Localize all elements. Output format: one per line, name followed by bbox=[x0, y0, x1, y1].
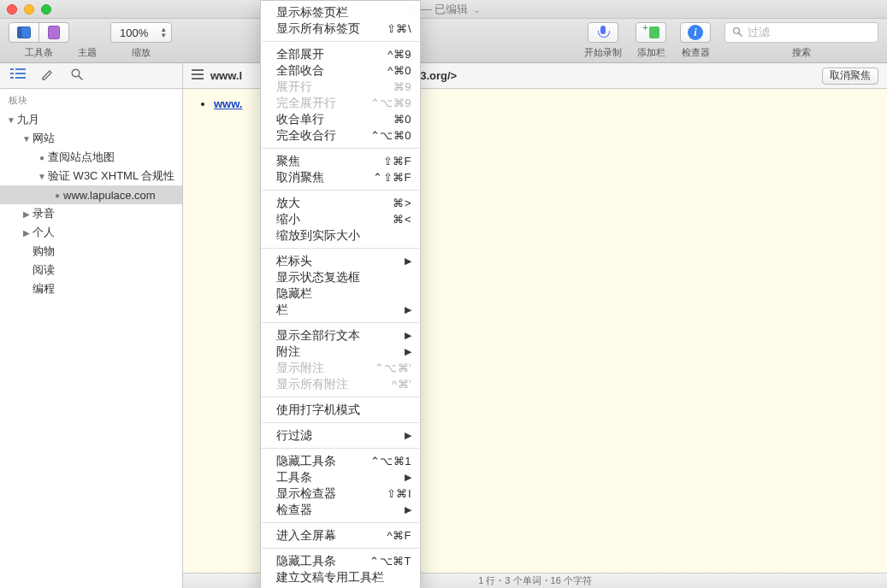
zoom-select[interactable]: 100% ▴▾ bbox=[110, 22, 172, 43]
menu-item[interactable]: 使用打字机模式 bbox=[261, 402, 420, 418]
menu-item-label: 全部收合 bbox=[276, 63, 324, 79]
menu-item-label: 显示所有标签页 bbox=[276, 21, 360, 37]
tree-label: 九月 bbox=[17, 112, 39, 127]
toolbar-group-inspector: i 检查器 bbox=[680, 22, 711, 59]
add-column-button[interactable] bbox=[636, 22, 666, 43]
menu-item-shortcut: ⌘> bbox=[393, 197, 411, 209]
tool-right-button[interactable] bbox=[38, 22, 69, 43]
disclosure-down-icon: ▼ bbox=[36, 172, 48, 181]
menu-item[interactable]: 取消聚焦⌃⇧⌘F bbox=[261, 169, 420, 185]
bullet-icon: ● bbox=[51, 191, 63, 200]
toolbar-group-record: 开始录制 bbox=[584, 22, 622, 59]
menu-item[interactable]: 放大⌘> bbox=[261, 195, 420, 211]
menu-item[interactable]: 缩小⌘< bbox=[261, 211, 420, 227]
magnify-icon[interactable] bbox=[70, 68, 84, 84]
tree-item-sitemap[interactable]: ●查阅站点地图 bbox=[0, 148, 182, 167]
tree-item-validate[interactable]: ▼验证 W3C XHTML 合规性 bbox=[0, 167, 182, 185]
window-title[interactable]: 名 — 已编辑 ⌄ bbox=[0, 2, 887, 17]
menu-item-shortcut: ⇧⌘I bbox=[387, 487, 411, 500]
edit-icon[interactable] bbox=[41, 68, 55, 84]
cancel-focus-label: 取消聚焦 bbox=[830, 68, 871, 83]
tree-label: 验证 W3C XHTML 合规性 bbox=[48, 168, 174, 184]
search-input[interactable]: 过滤 bbox=[724, 22, 878, 43]
menu-item[interactable]: 工具条▶ bbox=[261, 469, 420, 485]
tree-item-rec[interactable]: ▶录音 bbox=[0, 204, 182, 223]
menu-item[interactable]: 显示状态复选框 bbox=[261, 269, 420, 285]
menu-item-label: 缩小 bbox=[276, 212, 300, 227]
menu-item-label: 全部展开 bbox=[276, 47, 324, 62]
titlebar: 名 — 已编辑 ⌄ bbox=[0, 0, 887, 19]
menu-item[interactable]: 缩放到实际大小 bbox=[261, 227, 420, 244]
tree-item-month[interactable]: ▼九月 bbox=[0, 110, 182, 129]
menu-item[interactable]: 显示检查器⇧⌘I bbox=[261, 485, 420, 502]
toolbar-label-record: 开始录制 bbox=[584, 46, 622, 59]
menu-item-shortcut: ⇧⌘\ bbox=[387, 22, 411, 35]
sidebar-left-icon bbox=[17, 26, 31, 38]
menu-separator bbox=[262, 422, 419, 423]
menu-item[interactable]: 隐藏工具条⌃⌥⌘1 bbox=[261, 453, 420, 469]
menu-item[interactable]: 隐藏工具条⌃⌥⌘T bbox=[261, 553, 420, 569]
svg-rect-15 bbox=[192, 78, 204, 79]
document-icon bbox=[48, 26, 60, 39]
menu-item[interactable]: 显示所有标签页⇧⌘\ bbox=[261, 21, 420, 37]
disclosure-right-icon: ▶ bbox=[21, 209, 33, 219]
editor-link[interactable]: www. bbox=[214, 97, 242, 110]
menu-item[interactable]: 行过滤▶ bbox=[261, 427, 420, 444]
menu-item[interactable]: 建立文稿专用工具栏 bbox=[261, 569, 420, 585]
menu-item[interactable]: 显示全部行文本▶ bbox=[261, 327, 420, 344]
tree-item-personal[interactable]: ▶个人 bbox=[0, 223, 182, 242]
menu-item-label: 工具条 bbox=[276, 470, 312, 485]
tree-item-selected[interactable]: ●www.lapulace.com bbox=[0, 185, 182, 204]
tree-item-code[interactable]: ●编程 bbox=[0, 279, 182, 298]
chevron-down-icon[interactable]: ⌄ bbox=[473, 4, 481, 15]
mic-icon bbox=[598, 26, 608, 39]
tree-item-shop[interactable]: ●购物 bbox=[0, 242, 182, 261]
sidebar: 板块 ▼九月 ▼网站 ●查阅站点地图 ▼验证 W3C XHTML 合规性 ●ww… bbox=[0, 89, 183, 588]
menu-item[interactable]: 进入全屏幕^⌘F bbox=[261, 527, 420, 544]
svg-rect-10 bbox=[15, 77, 26, 79]
menu-item[interactable]: 完全收合行⌃⌥⌘0 bbox=[261, 127, 420, 144]
menu-item[interactable]: 栏标头▶ bbox=[261, 253, 420, 269]
record-button[interactable] bbox=[588, 22, 618, 43]
menu-item[interactable]: 栏▶ bbox=[261, 302, 420, 318]
svg-rect-13 bbox=[192, 69, 204, 71]
search-placeholder: 过滤 bbox=[748, 25, 770, 40]
tree-item-read[interactable]: ●阅读 bbox=[0, 261, 182, 279]
menu-item-label: 建立文稿专用工具栏 bbox=[276, 570, 384, 585]
stepper-icon: ▴▾ bbox=[162, 26, 166, 38]
context-menu[interactable]: 显示标签页栏显示所有标签页⇧⌘\全部展开^⌘9全部收合^⌘0展开行⌘9完全展开行… bbox=[260, 0, 421, 588]
menu-item[interactable]: 隐藏栏 bbox=[261, 285, 420, 302]
sub-toolbar: www.l w3.org/> 取消聚焦 bbox=[0, 63, 887, 89]
menu-item-shortcut: ⌃⌥⌘1 bbox=[370, 455, 411, 467]
menu-item-shortcut: ^⌘' bbox=[392, 378, 411, 391]
toolbar-label-tools: 工具条 bbox=[25, 46, 53, 59]
sidebar-section-label: 板块 bbox=[0, 89, 182, 110]
menu-item-shortcut: ^⌘9 bbox=[387, 48, 411, 61]
svg-rect-8 bbox=[15, 73, 26, 74]
menu-separator bbox=[262, 190, 419, 191]
chevron-right-icon: ▶ bbox=[405, 504, 411, 515]
menu-item[interactable]: 显示标签页栏 bbox=[261, 4, 420, 21]
menu-item[interactable]: 检查器▶ bbox=[261, 502, 420, 518]
menu-item-label: 栏标头 bbox=[276, 254, 312, 269]
menu-item[interactable]: 全部收合^⌘0 bbox=[261, 62, 420, 79]
menu-separator bbox=[262, 548, 419, 549]
svg-rect-14 bbox=[192, 74, 204, 75]
toolbar-group-addcol: 添加栏 bbox=[636, 22, 666, 59]
menu-item: 完全展开行⌃⌥⌘9 bbox=[261, 95, 420, 111]
menu-item-label: 隐藏工具条 bbox=[276, 454, 336, 469]
toolbar-label-theme: 主题 bbox=[78, 46, 97, 59]
cancel-focus-button[interactable]: 取消聚焦 bbox=[822, 68, 878, 85]
sidebar-tree: ▼九月 ▼网站 ●查阅站点地图 ▼验证 W3C XHTML 合规性 ●www.l… bbox=[0, 110, 182, 298]
outline-icon[interactable] bbox=[10, 68, 26, 84]
menu-item-label: 展开行 bbox=[276, 79, 312, 95]
tree-item-site[interactable]: ▼网站 bbox=[0, 129, 182, 148]
menu-item[interactable]: 收合单行⌘0 bbox=[261, 111, 420, 127]
tool-left-button[interactable] bbox=[9, 22, 39, 43]
svg-rect-6 bbox=[15, 68, 26, 70]
menu-item[interactable]: 聚焦⇧⌘F bbox=[261, 153, 420, 169]
disclosure-right-icon: ▶ bbox=[21, 228, 33, 238]
inspector-button[interactable]: i bbox=[680, 22, 711, 43]
menu-item[interactable]: 全部展开^⌘9 bbox=[261, 46, 420, 62]
menu-item[interactable]: 附注▶ bbox=[261, 344, 420, 360]
